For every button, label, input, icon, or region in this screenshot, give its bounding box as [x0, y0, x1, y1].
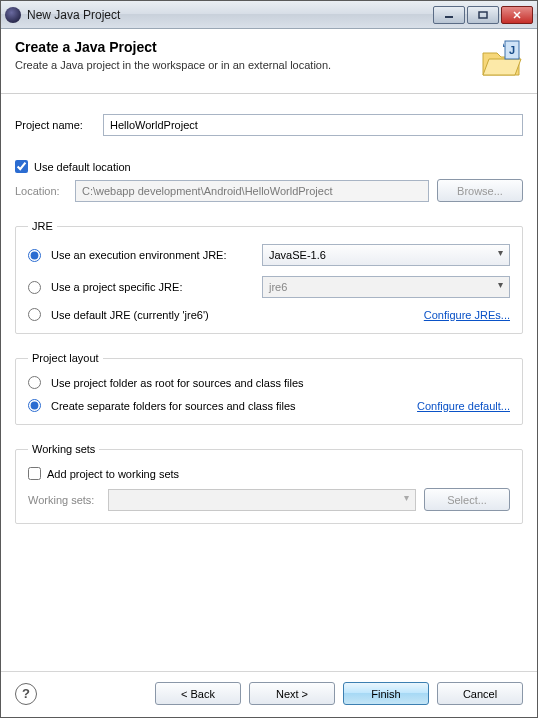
project-name-row: Project name:	[15, 114, 523, 136]
project-name-label: Project name:	[15, 119, 103, 131]
folder-wizard-icon: J	[479, 39, 523, 79]
add-to-working-sets-checkbox[interactable]	[28, 467, 41, 480]
button-bar: ? < Back Next > Finish Cancel	[1, 671, 537, 717]
jre-exec-env-label: Use an execution environment JRE:	[51, 249, 256, 261]
svg-text:J: J	[509, 44, 515, 56]
back-button[interactable]: < Back	[155, 682, 241, 705]
titlebar[interactable]: New Java Project	[1, 1, 537, 29]
jre-project-specific-select: jre6	[262, 276, 510, 298]
svg-rect-1	[479, 12, 487, 18]
jre-default-label: Use default JRE (currently 'jre6')	[51, 309, 418, 321]
location-input	[75, 180, 429, 202]
working-sets-legend: Working sets	[28, 443, 99, 455]
jre-exec-env-select[interactable]: JavaSE-1.6	[262, 244, 510, 266]
layout-root-radio[interactable]	[28, 376, 41, 389]
cancel-button[interactable]: Cancel	[437, 682, 523, 705]
add-to-working-sets-label: Add project to working sets	[47, 468, 179, 480]
default-location-row: Use default location	[15, 160, 523, 173]
working-sets-label: Working sets:	[28, 494, 108, 506]
jre-legend: JRE	[28, 220, 57, 232]
location-row: Location: Browse...	[15, 179, 523, 202]
jre-group: JRE Use an execution environment JRE: Ja…	[15, 220, 523, 334]
wizard-content: Project name: Use default location Locat…	[1, 94, 537, 671]
dialog-window: New Java Project Create a Java Project C…	[0, 0, 538, 718]
close-button[interactable]	[501, 6, 533, 24]
jre-default-radio[interactable]	[28, 308, 41, 321]
project-name-input[interactable]	[103, 114, 523, 136]
use-default-location-label: Use default location	[34, 161, 131, 173]
minimize-button[interactable]	[433, 6, 465, 24]
jre-project-specific-radio[interactable]	[28, 281, 41, 294]
use-default-location-checkbox[interactable]	[15, 160, 28, 173]
project-layout-group: Project layout Use project folder as roo…	[15, 352, 523, 425]
banner-description: Create a Java project in the workspace o…	[15, 59, 471, 71]
svg-rect-0	[445, 16, 453, 18]
jre-exec-env-radio[interactable]	[28, 249, 41, 262]
working-sets-select	[108, 489, 416, 511]
next-button[interactable]: Next >	[249, 682, 335, 705]
browse-button: Browse...	[437, 179, 523, 202]
maximize-button[interactable]	[467, 6, 499, 24]
help-icon[interactable]: ?	[15, 683, 37, 705]
select-working-sets-button: Select...	[424, 488, 510, 511]
wizard-banner: Create a Java Project Create a Java proj…	[1, 29, 537, 94]
eclipse-icon	[5, 7, 21, 23]
banner-heading: Create a Java Project	[15, 39, 471, 55]
working-sets-group: Working sets Add project to working sets…	[15, 443, 523, 524]
location-label: Location:	[15, 185, 75, 197]
layout-root-label: Use project folder as root for sources a…	[51, 377, 304, 389]
layout-separate-label: Create separate folders for sources and …	[51, 400, 411, 412]
jre-project-specific-label: Use a project specific JRE:	[51, 281, 256, 293]
project-layout-legend: Project layout	[28, 352, 103, 364]
configure-jres-link[interactable]: Configure JREs...	[424, 309, 510, 321]
finish-button[interactable]: Finish	[343, 682, 429, 705]
configure-default-link[interactable]: Configure default...	[417, 400, 510, 412]
window-title: New Java Project	[27, 8, 433, 22]
layout-separate-radio[interactable]	[28, 399, 41, 412]
